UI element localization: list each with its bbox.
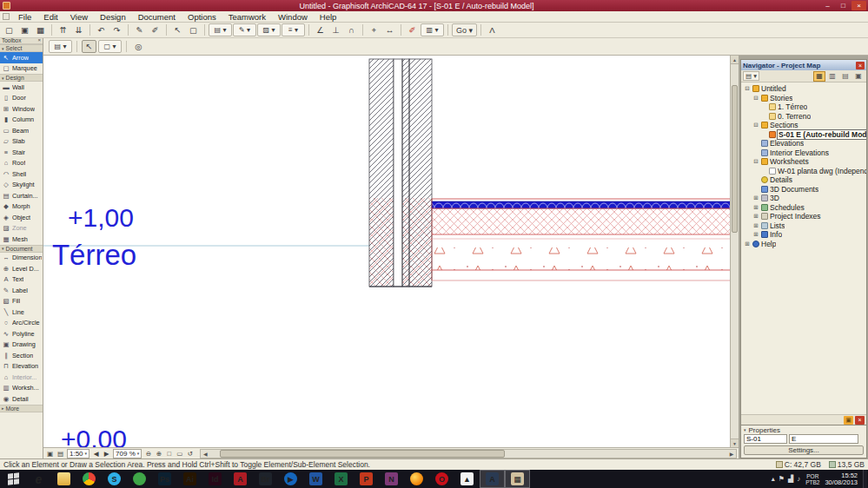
nav-item-sections[interactable]: ⊟ Sections [741,121,866,130]
favorites-combo[interactable]: ▥ ▾ [421,23,444,36]
menu-file[interactable]: File [12,11,37,23]
tree-expander-icon[interactable]: ⊞ [752,213,759,220]
nav-item-lists[interactable]: ⊞ Lists [741,221,866,231]
menu-window[interactable]: Window [272,11,314,23]
display-order-icon[interactable]: ▣ [45,449,55,458]
previous-view-icon[interactable]: ◀ [91,449,101,458]
project-map-button[interactable]: ▦ [813,71,825,82]
dimensions-icon[interactable]: ↔ [382,23,397,36]
tool-beam[interactable]: ▭ Beam [0,125,43,136]
properties-header[interactable]: ▾ Properties [741,425,866,434]
nav-item-stories[interactable]: ⊟ Stories [741,94,866,103]
nav-item-schedules[interactable]: ⊞ Schedules [741,203,866,213]
tree-expander-icon[interactable]: ⊞ [752,231,759,238]
navigator-float-button[interactable]: ▣ [844,416,853,425]
scrollbar-thumb[interactable] [732,85,738,233]
tool-section[interactable]: ∥ Section [0,350,43,361]
zoom-combo[interactable]: 709 % ▾ [113,449,142,458]
toolbar-separator[interactable] [447,24,448,36]
tool-polyline[interactable]: ∿ Polyline [0,328,43,340]
redo-icon[interactable]: ↷ [109,23,124,36]
horizontal-scrollbar[interactable]: ◀ ▶ [200,449,737,458]
view-map-button[interactable]: ▥ [826,71,838,82]
send-changes-icon[interactable]: ⇈ [56,23,70,36]
fit-in-window-icon[interactable]: ▭ [175,449,184,458]
tool-arc-circle[interactable]: ○ Arc/Circle [0,318,43,329]
archicad-project-icon[interactable]: ▦ [505,470,530,488]
publisher-button[interactable]: ▣ [852,71,865,82]
media-player-icon[interactable]: ▶ [278,470,303,488]
toolbar-separator[interactable] [89,24,90,36]
language-indicator[interactable]: POR PTB2 [805,473,819,485]
drawing-canvas[interactable]: +1,00 l Térreo +0,00 ▲ ▼ [43,56,739,447]
nav-item-s01-e[interactable]: S-01 E (Auto-rebuild Model) [741,130,866,140]
tool-shell[interactable]: ◠ Shell [0,168,43,180]
network-icon[interactable]: ▟ [788,475,793,483]
navigator-close-bottom-button[interactable]: × [855,416,865,425]
tool-column[interactable]: ▮ Column [0,115,43,126]
internet-explorer-icon[interactable]: e [26,470,51,488]
tool-mesh[interactable]: ▦ Mesh [0,234,43,245]
indesign-icon[interactable]: Id [202,470,228,488]
zoom-out-icon[interactable]: ⊖ [143,449,153,458]
go-button[interactable]: Go ▾ [452,23,477,36]
scroll-down-icon[interactable]: ▼ [731,439,739,447]
action-center-icon[interactable]: ⚑ [779,475,785,483]
trace-reference-combo[interactable]: ▤ ▾ [49,40,72,53]
tool-skylight[interactable]: ◇ Skylight [0,180,43,191]
toolbar-separator[interactable] [480,24,481,36]
tool-interior-elevation[interactable]: ⌂ Interior... [0,372,43,383]
tool-worksheet[interactable]: ▥ Worksh... [0,383,43,394]
tool-drawing[interactable]: ▣ Drawing [0,340,43,351]
close-button[interactable]: × [851,1,866,10]
settings-button[interactable]: Settings... [744,445,864,455]
nav-item-w01-planta[interactable]: W-01 planta dwg (Independent) [741,167,866,176]
vlc-icon[interactable]: ▲ [454,470,480,488]
nav-item-details[interactable]: Details [741,175,866,185]
arrow-tool-button[interactable]: ↖ [82,40,96,53]
tool-slab[interactable]: ▱ Slab [0,136,43,148]
cursor-snap-icon[interactable]: ∩ [344,23,359,36]
tool-curtain-wall[interactable]: ▤ Curtain... [0,190,43,201]
menu-options[interactable]: Options [182,11,222,23]
excel-icon[interactable]: X [328,470,354,488]
nav-item-story-1-terreo[interactable]: 1. Térreo [741,102,866,112]
layouts-icon[interactable]: ▤ [56,449,65,458]
menu-view[interactable]: View [64,11,94,23]
scroll-left-icon[interactable]: ◀ [201,451,209,457]
tree-expander-icon[interactable]: ⊟ [752,158,759,165]
tool-text[interactable]: A Text [0,274,43,286]
firefox-icon[interactable] [404,470,429,488]
tree-expander-icon[interactable]: ⊞ [752,204,759,211]
onenote-icon[interactable]: N [379,470,404,488]
tool-stair[interactable]: ≡ Stair [0,147,43,158]
tool-dimension[interactable]: ↔ Dimension [0,253,43,264]
markup-brush-icon[interactable]: ✐ [405,23,420,36]
tree-expander-icon[interactable]: ⊟ [752,95,759,102]
volume-icon[interactable]: ♪ [797,475,800,483]
tool-roof[interactable]: ⌂ Roof [0,158,43,169]
toolbar-separator[interactable] [126,41,127,52]
nav-item-story-0-terreno[interactable]: 0. Terreno [741,112,866,122]
gravity-icon[interactable]: ⊥ [328,23,343,36]
photoshop-icon[interactable]: Ps [152,470,177,488]
save-icon[interactable]: ▦ [33,23,48,36]
menu-document[interactable]: Document [132,11,182,23]
toolbar-separator[interactable] [204,24,205,36]
archicad-icon[interactable]: A [480,470,505,488]
tool-arrow[interactable]: ↖ Arrow [0,52,43,63]
toolbox-section-design[interactable]: ▾ Design [0,74,43,82]
toolbox-section-select[interactable]: ▾ Select [0,44,43,52]
tool-fill[interactable]: ▧ Fill [0,296,43,307]
arrow-tool-icon[interactable]: ↖ [170,23,185,36]
receive-changes-icon[interactable]: ⇊ [71,23,86,36]
tree-expander-icon[interactable]: ⊟ [744,85,751,92]
tool-zone[interactable]: ▨ Zone [0,223,43,234]
nav-item-info[interactable]: ⊞ Info [741,230,866,240]
scrollbar-track[interactable] [209,450,727,458]
zoom-area-icon[interactable]: □ [164,449,174,458]
zoom-in-icon[interactable]: ⊕ [154,449,163,458]
navigator-project-chooser[interactable]: ▤ ▾ [743,71,759,81]
opera-icon[interactable]: O [429,470,454,488]
toolbox-section-more[interactable]: ▸ More [0,405,43,412]
